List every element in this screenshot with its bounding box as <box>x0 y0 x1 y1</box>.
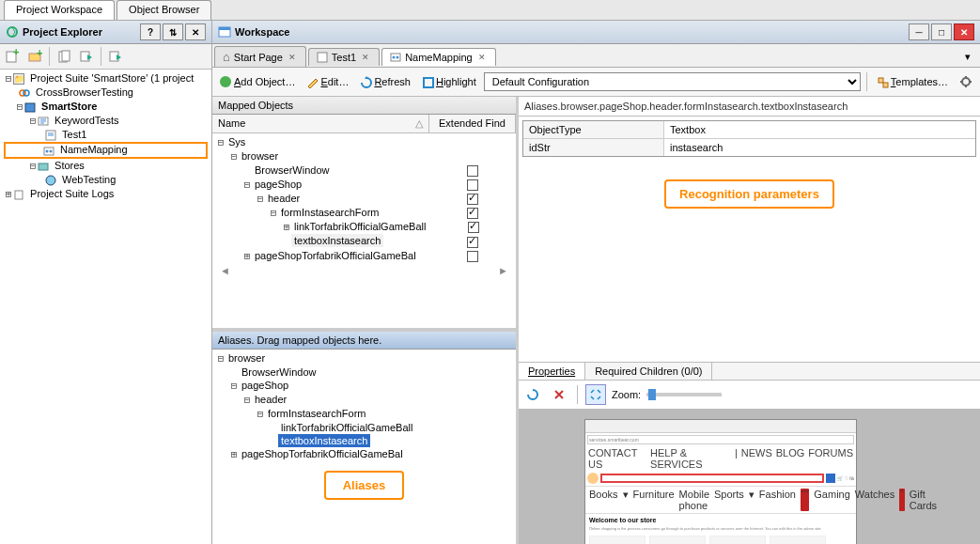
node-browser-window[interactable]: BrowserWindow <box>252 163 332 177</box>
expand-toggle[interactable]: ⊟ <box>242 179 252 191</box>
refresh-button[interactable]: Refresh <box>356 74 414 89</box>
alias-page-shop-torfabrik[interactable]: pageShopTorfabrikOfficialGameBal <box>239 447 406 460</box>
tree-stores[interactable]: Stores <box>52 159 87 172</box>
expand-toggle[interactable]: ⊟ <box>216 352 226 365</box>
add-object-button[interactable]: Add Object… <box>216 74 299 89</box>
properties-column: Aliases.browser.pageShop.header.formInst… <box>519 97 980 544</box>
properties-grid[interactable]: ObjectTypeTextbox idStrinstasearch <box>522 120 976 157</box>
close-panel-button[interactable]: ✕ <box>185 23 206 40</box>
tree-project-suite[interactable]: Project Suite 'SmartStore' (1 project <box>27 71 196 85</box>
expand-toggle[interactable]: ⊟ <box>229 150 239 163</box>
node-textbox-instasearch[interactable]: textboxInstasearch <box>291 234 383 247</box>
extended-find-checkbox[interactable] <box>467 237 478 248</box>
expand-toggle[interactable]: ⊟ <box>256 408 265 420</box>
run-button[interactable] <box>76 46 97 67</box>
alias-link-torfabrik[interactable]: linkTorfabrikOfficialGameBall <box>278 421 415 434</box>
mapped-objects-columns: Name △ Extended Find <box>212 115 516 133</box>
aliases-title: Aliases. Drag mapped objects here. <box>212 332 516 350</box>
preview-clear-button[interactable] <box>549 384 569 405</box>
refresh-explorer-button[interactable] <box>54 46 74 67</box>
minimize-button[interactable]: ─ <box>909 23 929 40</box>
close-tab-icon[interactable]: ✕ <box>287 53 298 62</box>
project-tree[interactable]: ⊟📁 Project Suite 'SmartStore' (1 project… <box>0 70 211 544</box>
alias-browser-window[interactable]: BrowserWindow <box>239 365 319 379</box>
zoom-thumb[interactable] <box>648 389 656 400</box>
close-tab-icon[interactable]: ✕ <box>476 53 488 62</box>
maximize-button[interactable]: □ <box>931 23 952 40</box>
prop-val-object-type[interactable]: Textbox <box>664 121 975 138</box>
alias-textbox-instasearch[interactable]: textboxInstasearch <box>278 434 370 447</box>
extended-find-checkbox[interactable] <box>467 179 478 191</box>
preview-fit-button[interactable] <box>585 384 606 405</box>
tab-test1[interactable]: Test1✕ <box>308 48 380 66</box>
tree-cross-browser-testing[interactable]: CrossBrowserTesting <box>33 85 136 99</box>
templates-button[interactable]: Templates… <box>873 74 952 89</box>
help-button[interactable]: ? <box>140 23 161 40</box>
expand-toggle[interactable]: ⊟ <box>256 193 265 205</box>
alias-header[interactable]: header <box>252 393 289 406</box>
expand-toggle[interactable]: ⊟ <box>28 115 38 127</box>
extended-find-checkbox[interactable] <box>467 251 478 262</box>
expand-toggle[interactable]: ⊟ <box>4 72 13 85</box>
preview-refresh-button[interactable] <box>522 384 543 405</box>
expand-toggle[interactable]: ⊟ <box>15 101 24 113</box>
tab-start-page[interactable]: ⌂Start Page✕ <box>214 46 306 67</box>
svg-rect-6 <box>62 51 70 61</box>
expand-toggle[interactable]: ⊞ <box>4 188 13 200</box>
prop-val-idstr[interactable]: instasearch <box>664 139 975 156</box>
expand-toggle[interactable]: ⊞ <box>242 250 252 262</box>
aliases-tree[interactable]: ⊟browser BrowserWindow ⊟pageShop ⊟header… <box>212 350 516 544</box>
column-extended-find[interactable]: Extended Find <box>429 115 516 132</box>
extended-find-checkbox[interactable] <box>468 222 479 233</box>
node-form-instasearch[interactable]: formInstasearchForm <box>278 206 382 219</box>
tab-object-browser[interactable]: Object Browser <box>117 0 211 20</box>
new-folder-button[interactable]: + <box>24 46 45 67</box>
tree-web-testing[interactable]: WebTesting <box>59 173 118 186</box>
extended-find-checkbox[interactable] <box>467 165 478 177</box>
expand-toggle[interactable]: ⊟ <box>216 136 226 148</box>
settings-button[interactable] <box>956 71 976 92</box>
expand-toggle[interactable]: ⊞ <box>229 448 239 460</box>
node-sys[interactable]: Sys <box>226 135 248 148</box>
new-item-button[interactable]: + <box>2 46 23 67</box>
options-button[interactable]: ⇅ <box>163 23 183 40</box>
tree-smartstore[interactable]: SmartStore <box>39 100 100 113</box>
tree-keyword-tests[interactable]: KeywordTests <box>52 114 121 127</box>
tree-test1[interactable]: Test1 <box>59 128 89 141</box>
run-all-button[interactable] <box>105 46 126 67</box>
expand-toggle[interactable]: ⊟ <box>28 160 38 172</box>
extended-find-checkbox[interactable] <box>467 194 478 205</box>
configuration-select[interactable]: Default Configuration <box>484 72 861 91</box>
extended-find-checkbox[interactable] <box>467 208 478 219</box>
column-name[interactable]: Name △ <box>212 115 429 132</box>
tree-project-suite-logs[interactable]: Project Suite Logs <box>27 187 117 200</box>
tab-project-workspace[interactable]: Project Workspace <box>4 0 115 20</box>
tab-name-mapping[interactable]: NameMapping✕ <box>381 48 496 66</box>
preview-pane[interactable]: services.smartbear.com CONTACT USHELP & … <box>519 410 980 544</box>
preview-url: services.smartbear.com <box>587 435 854 444</box>
highlight-button[interactable]: Highlight <box>418 74 480 89</box>
expand-toggle[interactable]: ⊟ <box>269 207 278 219</box>
tab-properties[interactable]: Properties <box>519 363 585 380</box>
tab-overflow-button[interactable]: ▾ <box>957 46 978 67</box>
node-browser[interactable]: browser <box>239 149 281 163</box>
tab-required-children[interactable]: Required Children (0/0) <box>585 363 712 380</box>
mapped-objects-tree[interactable]: ⊟Sys ⊟browser BrowserWindow ⊟pageShop ⊟h… <box>212 133 516 328</box>
expand-toggle[interactable]: ⊟ <box>229 380 239 392</box>
node-header[interactable]: header <box>265 192 303 205</box>
alias-page-shop[interactable]: pageShop <box>239 379 291 392</box>
node-page-shop[interactable]: pageShop <box>252 178 304 191</box>
close-tab-icon[interactable]: ✕ <box>360 53 371 62</box>
zoom-slider[interactable] <box>646 393 722 396</box>
alias-form-instasearch[interactable]: formInstasearchForm <box>265 407 369 420</box>
node-link-torfabrik[interactable]: linkTorfabrikOfficialGameBall <box>291 220 428 233</box>
close-button[interactable]: ✕ <box>954 23 974 40</box>
separator <box>101 47 101 66</box>
tree-name-mapping[interactable]: NameMapping <box>57 143 131 156</box>
alias-browser[interactable]: browser <box>226 351 268 365</box>
expand-toggle[interactable]: ⊟ <box>242 394 252 406</box>
prop-key-idstr: idStr <box>523 139 664 156</box>
node-page-shop-torfabrik[interactable]: pageShopTorfabrikOfficialGameBal <box>252 249 419 262</box>
edit-button[interactable]: Edit… <box>303 74 352 89</box>
expand-toggle[interactable]: ⊞ <box>282 221 291 233</box>
